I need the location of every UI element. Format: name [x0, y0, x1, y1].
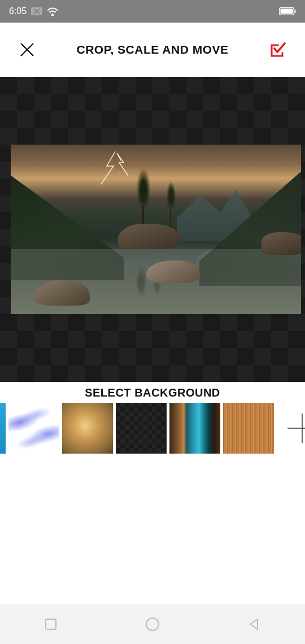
status-bar: 6:05: [0, 0, 305, 23]
background-thumb-5[interactable]: [223, 403, 274, 454]
svg-point-1: [52, 13, 54, 15]
background-strip[interactable]: [0, 403, 305, 454]
nav-recent-button[interactable]: [37, 610, 65, 638]
nav-home-button[interactable]: [138, 610, 167, 638]
plus-icon: [286, 412, 305, 444]
background-thumb-1[interactable]: [8, 403, 59, 454]
svg-rect-5: [46, 619, 56, 629]
battery-icon: [279, 7, 296, 15]
no-sim-icon: [31, 7, 42, 15]
background-thumb-4[interactable]: [169, 403, 220, 454]
editor-canvas[interactable]: [0, 77, 305, 382]
close-icon: [19, 41, 36, 58]
status-time: 6:05: [9, 6, 27, 16]
background-thumb-0[interactable]: [0, 403, 6, 454]
editor-image[interactable]: [11, 145, 301, 314]
checkbox-checked-icon: [270, 42, 286, 58]
page-title: CROP, SCALE AND MOVE: [76, 43, 228, 56]
svg-rect-3: [281, 9, 293, 14]
close-button[interactable]: [16, 38, 38, 61]
square-icon: [44, 617, 58, 631]
system-nav-bar: [0, 604, 305, 644]
svg-rect-4: [295, 10, 296, 13]
wifi-icon: [47, 7, 58, 16]
add-background-button[interactable]: [277, 403, 305, 454]
svg-point-6: [146, 618, 159, 630]
select-background-label: SELECT BACKGROUND: [0, 382, 305, 403]
app-header: CROP, SCALE AND MOVE: [0, 23, 305, 77]
lightning-graphic: [90, 150, 135, 195]
circle-icon: [145, 616, 160, 632]
background-thumb-3[interactable]: [116, 403, 167, 454]
confirm-button[interactable]: [267, 38, 289, 61]
status-left: 6:05: [9, 6, 58, 16]
triangle-back-icon: [247, 617, 261, 631]
background-thumb-2[interactable]: [62, 403, 113, 454]
nav-back-button[interactable]: [240, 610, 268, 638]
